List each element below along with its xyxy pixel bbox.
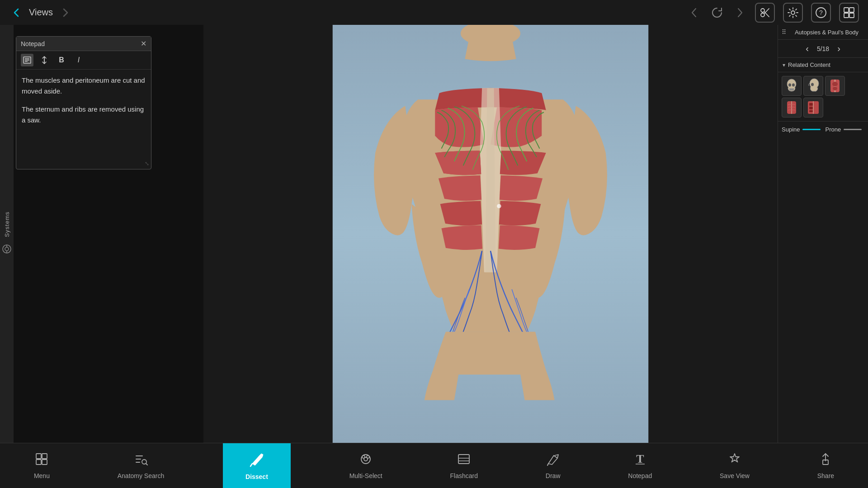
top-bar-left: Views bbox=[9, 5, 73, 20]
svg-rect-38 bbox=[809, 107, 813, 109]
save-view-button[interactable]: Save View bbox=[711, 452, 759, 479]
share-button[interactable]: Share bbox=[808, 452, 843, 479]
right-panel-header: ⠿ Autopsies & Paul's Body bbox=[778, 25, 868, 40]
dissect-button[interactable]: Dissect bbox=[223, 443, 291, 488]
scissors-button[interactable] bbox=[755, 3, 775, 23]
dissect-icon bbox=[249, 451, 265, 470]
svg-rect-37 bbox=[809, 103, 813, 106]
notepad-text-1: The muscles and peritoneum are cut and m… bbox=[22, 75, 146, 97]
svg-point-23 bbox=[497, 204, 501, 208]
systems-icon[interactable] bbox=[2, 244, 12, 256]
svg-point-25 bbox=[788, 84, 791, 87]
notepad-toolbar: B I bbox=[16, 51, 151, 70]
multi-select-button[interactable]: Multi-Select bbox=[340, 452, 392, 479]
text-tool-button[interactable] bbox=[21, 54, 33, 66]
anatomy-search-button[interactable]: Anatomy Search bbox=[108, 452, 174, 479]
svg-point-26 bbox=[792, 84, 795, 87]
thumbnail-more[interactable] bbox=[803, 98, 823, 117]
flashcard-label: Flashcard bbox=[450, 472, 478, 479]
menu-label: Menu bbox=[34, 472, 50, 479]
notepad-bottom-label: Notepad bbox=[628, 472, 652, 479]
svg-line-3 bbox=[764, 12, 769, 17]
svg-rect-7 bbox=[844, 8, 849, 12]
svg-point-31 bbox=[832, 82, 838, 86]
multi-select-label: Multi-Select bbox=[349, 472, 382, 479]
related-content-label: Related Content bbox=[788, 61, 830, 68]
thumbnail-torso-detail[interactable] bbox=[782, 98, 802, 117]
prone-line bbox=[844, 129, 862, 130]
notepad: Notepad ✕ B I The muscles and periton bbox=[16, 36, 151, 169]
notepad-body[interactable]: The muscles and peritoneum are cut and m… bbox=[16, 70, 151, 169]
left-sidebar: Systems bbox=[0, 25, 14, 443]
panel-next-button[interactable]: › bbox=[835, 42, 843, 55]
view-toggles: Supine Prone bbox=[778, 122, 868, 137]
flashcard-button[interactable]: Flashcard bbox=[441, 452, 487, 479]
save-view-label: Save View bbox=[720, 472, 750, 479]
prev-icon[interactable] bbox=[687, 5, 702, 20]
thumbnail-skull-front[interactable] bbox=[782, 76, 802, 96]
draw-label: Draw bbox=[546, 472, 561, 479]
bold-tool-button[interactable]: B bbox=[55, 54, 68, 66]
views-label[interactable]: Views bbox=[29, 7, 53, 18]
chevron-down-icon: ▾ bbox=[783, 62, 785, 68]
systems-label: Systems bbox=[4, 211, 10, 237]
right-panel: ⠿ Autopsies & Paul's Body ‹ 5/18 › ▾ Rel… bbox=[778, 25, 868, 443]
svg-point-52 bbox=[362, 455, 365, 458]
svg-point-53 bbox=[367, 455, 369, 458]
svg-line-57 bbox=[547, 464, 548, 465]
menu-button[interactable]: Menu bbox=[25, 452, 59, 479]
panel-prev-button[interactable]: ‹ bbox=[803, 42, 811, 55]
next-icon[interactable] bbox=[732, 5, 747, 20]
save-view-icon bbox=[727, 452, 742, 469]
svg-rect-39 bbox=[809, 110, 813, 112]
notepad-button[interactable]: T Notepad bbox=[619, 452, 661, 479]
main-viewport[interactable] bbox=[203, 25, 778, 443]
multi-select-icon bbox=[359, 452, 373, 469]
italic-tool-button[interactable]: I bbox=[72, 54, 85, 66]
notepad-resize-handle[interactable]: ⤡ bbox=[145, 160, 149, 168]
notepad-close-button[interactable]: ✕ bbox=[141, 39, 146, 48]
anatomy-figure bbox=[203, 25, 778, 443]
svg-point-28 bbox=[811, 83, 814, 86]
anatomy-search-icon bbox=[133, 452, 148, 469]
svg-point-32 bbox=[833, 87, 837, 90]
top-bar: Views bbox=[0, 0, 868, 25]
forward-nav-icon[interactable] bbox=[58, 5, 73, 20]
anatomy-search-label: Anatomy Search bbox=[118, 472, 165, 479]
prone-toggle[interactable]: Prone bbox=[825, 126, 862, 133]
svg-point-24 bbox=[787, 79, 796, 89]
panel-title: Autopsies & Paul's Body bbox=[789, 29, 864, 36]
svg-rect-8 bbox=[849, 8, 854, 12]
draw-icon bbox=[546, 452, 560, 469]
supine-label: Supine bbox=[782, 126, 800, 133]
thumbnails-grid bbox=[778, 72, 868, 122]
layout-button[interactable] bbox=[839, 3, 859, 23]
reload-icon[interactable] bbox=[710, 5, 724, 20]
thumbnail-skull-side[interactable] bbox=[803, 76, 823, 96]
related-content-header[interactable]: ▾ Related Content bbox=[778, 58, 868, 72]
menu-icon bbox=[34, 452, 49, 469]
svg-point-4 bbox=[791, 11, 795, 14]
back-nav-icon[interactable] bbox=[9, 5, 24, 20]
supine-toggle[interactable]: Supine bbox=[782, 126, 821, 133]
bottom-bar: Menu Anatomy Search Dissect bbox=[0, 443, 868, 488]
dissect-label: Dissect bbox=[245, 473, 268, 480]
svg-rect-40 bbox=[36, 454, 41, 459]
settings-button[interactable] bbox=[783, 3, 803, 23]
svg-line-49 bbox=[250, 464, 252, 466]
thumbnail-torso-open[interactable] bbox=[825, 76, 845, 96]
svg-rect-43 bbox=[42, 460, 47, 465]
draw-button[interactable]: Draw bbox=[537, 452, 570, 479]
grid-icon: ⠿ bbox=[782, 28, 786, 36]
svg-rect-54 bbox=[458, 455, 469, 464]
notepad-title: Notepad bbox=[21, 40, 45, 47]
svg-rect-41 bbox=[42, 454, 47, 459]
share-label: Share bbox=[817, 472, 834, 479]
help-button[interactable]: ? bbox=[811, 3, 831, 23]
flashcard-icon bbox=[457, 452, 471, 469]
svg-text:T: T bbox=[636, 452, 644, 465]
top-bar-right: ? bbox=[687, 3, 859, 23]
notepad-icon: T bbox=[633, 452, 647, 469]
resize-tool-button[interactable] bbox=[38, 54, 51, 66]
notepad-header: Notepad ✕ bbox=[16, 37, 151, 51]
